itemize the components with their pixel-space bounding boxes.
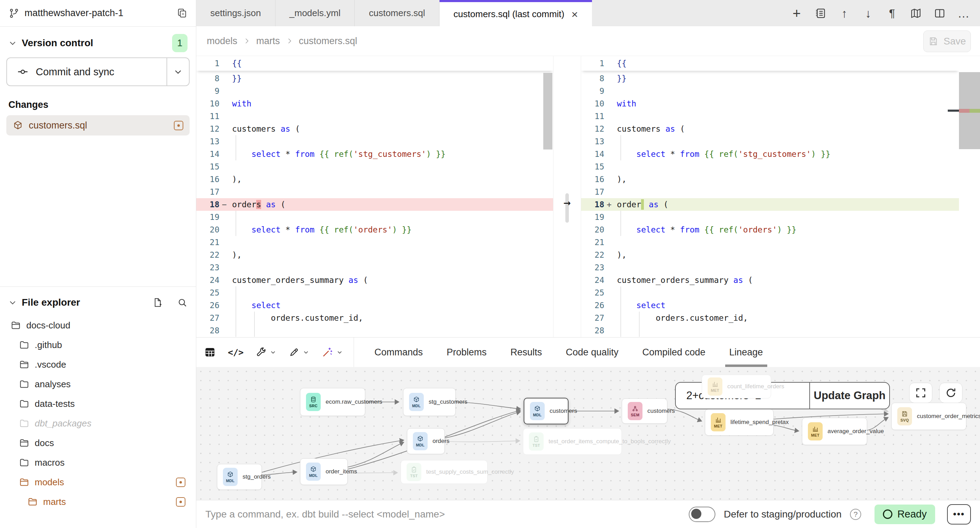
- code-row: 9: [581, 85, 959, 97]
- file-tree-item-analyses[interactable]: analyses: [6, 374, 189, 394]
- code-row: 27 orders.customer_id,: [581, 312, 959, 324]
- line-number: 13: [581, 137, 604, 146]
- code-row: 28: [581, 324, 959, 337]
- tab-customers-sql[interactable]: customers.sql: [355, 0, 439, 26]
- table-icon[interactable]: [204, 346, 216, 358]
- pilcrow-icon[interactable]: ¶: [885, 7, 899, 20]
- close-icon[interactable]: ×: [571, 9, 578, 20]
- commit-and-sync-button[interactable]: Commit and sync: [6, 57, 189, 86]
- search-icon[interactable]: [177, 297, 188, 308]
- file-tree-item-data-tests[interactable]: data-tests: [6, 394, 189, 414]
- lineage-node-stg-customers[interactable]: MDLstg_customers: [403, 388, 456, 416]
- lineage-node-customer-order-metrics[interactable]: SVQcustomer_order_metrics: [891, 403, 966, 430]
- file-tree-item-dot-vscode[interactable]: .vscode: [6, 355, 189, 374]
- code-line: select: [614, 299, 959, 312]
- more-options-button[interactable]: •••: [947, 504, 971, 525]
- lineage-node-orders[interactable]: MDLorders: [407, 428, 445, 454]
- more-icon[interactable]: …: [957, 7, 970, 20]
- lineage-node-test-supply-costs[interactable]: TSTtest_supply_costs_sum_correctly: [401, 460, 488, 484]
- breadcrumb-item[interactable]: marts: [256, 36, 280, 47]
- panel-tab-compiled-code[interactable]: Compiled code: [630, 338, 717, 367]
- folder-name: .github: [35, 339, 189, 350]
- chevron-down-icon[interactable]: [8, 39, 17, 47]
- lineage-node-customers-model[interactable]: MDLcustomers: [523, 398, 568, 424]
- left-scrollbar[interactable]: [543, 73, 552, 149]
- breadcrumb-item[interactable]: customers.sql: [299, 36, 358, 47]
- commit-options-caret[interactable]: [167, 58, 189, 86]
- bottom-panel-tab-bar: </> CommandsProblemsResultsCode qualityC…: [196, 337, 980, 367]
- panel-tab-problems[interactable]: Problems: [434, 338, 498, 367]
- node-label: customers: [550, 407, 577, 415]
- panel-tab-commands[interactable]: Commands: [363, 338, 434, 367]
- update-graph-button[interactable]: Update Graph: [809, 383, 889, 409]
- editor-toolbar-icons: +↑↓¶…: [790, 0, 970, 26]
- file-tree-item-macros[interactable]: macros: [6, 453, 189, 473]
- code-tags-icon[interactable]: </>: [228, 347, 243, 357]
- line-number: 24: [196, 276, 220, 285]
- code-row: 11: [581, 110, 959, 122]
- arrow-up-icon[interactable]: ↑: [838, 7, 851, 20]
- fullscreen-button[interactable]: [909, 383, 932, 403]
- save-button-label: Save: [943, 36, 966, 47]
- code-line: orders as (: [229, 198, 553, 211]
- changed-file-item[interactable]: customers.sql: [6, 115, 189, 135]
- magic-wand-icon[interactable]: [321, 346, 343, 358]
- folder-name: docs-cloud: [26, 320, 189, 331]
- diff-pane-previous[interactable]: 8}}910with1112customers as (1314 select …: [196, 56, 553, 337]
- chevron-down-icon[interactable]: [302, 349, 310, 356]
- command-input[interactable]: [205, 509, 689, 520]
- lineage-canvas[interactable]: SRCecom.raw_customersMDLstg_customersMDL…: [196, 367, 980, 500]
- file-tree-item-dbt_packages[interactable]: dbt_packages: [6, 414, 189, 433]
- line-number: 21: [196, 238, 220, 247]
- panel-tab-code-quality[interactable]: Code quality: [554, 338, 630, 367]
- diff-pane-current[interactable]: 8}}910with1112customers as (1314 select …: [581, 56, 980, 337]
- defer-toggle[interactable]: [689, 507, 715, 522]
- split-editor-icon[interactable]: [933, 7, 947, 20]
- code-line: with: [614, 97, 959, 110]
- diff-editor[interactable]: 8}}910with1112customers as (1314 select …: [196, 56, 980, 337]
- code-line: [229, 110, 553, 122]
- status-badge[interactable]: Ready: [875, 504, 935, 524]
- plus-icon[interactable]: +: [790, 7, 803, 20]
- file-tree-item-docs[interactable]: docs: [6, 433, 189, 453]
- panel-tab-results[interactable]: Results: [498, 338, 554, 367]
- file-tree-item-marts[interactable]: marts: [6, 492, 189, 512]
- file-tree-item-models[interactable]: models: [6, 473, 189, 492]
- chevron-down-icon[interactable]: [8, 298, 17, 307]
- lineage-node-stg-orders[interactable]: MDLstg_orders: [217, 464, 262, 490]
- outline-icon[interactable]: [814, 7, 827, 20]
- tab-settings-json[interactable]: settings.json: [196, 0, 275, 26]
- chevron-down-icon[interactable]: [336, 349, 343, 356]
- file-tree-item-dot-github[interactable]: .github: [6, 335, 189, 355]
- lineage-node-ecom-raw-customers[interactable]: SRCecom.raw_customers: [300, 388, 365, 416]
- lineage-node-test-order-items[interactable]: TSTtest_order_items_compute_to_bools_cor…: [523, 428, 622, 455]
- help-icon[interactable]: ?: [850, 509, 861, 520]
- breadcrumb-item[interactable]: models: [207, 36, 237, 47]
- arrow-down-icon[interactable]: ↓: [862, 7, 875, 20]
- save-button[interactable]: Save: [923, 30, 971, 52]
- wrench-icon[interactable]: [256, 347, 277, 358]
- lineage-node-lifetime-spend-pretax[interactable]: METlifetime_spend_pretax: [705, 409, 773, 436]
- lineage-node-order-items[interactable]: MDLorder_items: [300, 458, 348, 485]
- file-tree-item-docs-cloud[interactable]: docs-cloud: [6, 316, 189, 335]
- lineage-node-average-order-value[interactable]: METaverage_order_value: [802, 418, 867, 445]
- new-file-icon[interactable]: [153, 297, 163, 308]
- code-row: 17: [196, 186, 553, 198]
- tab--models-yml[interactable]: _models.yml: [275, 0, 355, 26]
- lineage-node-count-lifetime-orders[interactable]: METcount_lifetime_orders: [702, 375, 771, 398]
- refresh-graph-button[interactable]: [939, 383, 963, 403]
- code-row: 24customer_orders_summary as (: [196, 274, 553, 286]
- map-icon[interactable]: [909, 7, 923, 20]
- overview-ruler[interactable]: [959, 56, 980, 337]
- tab-customers-sql-last-commit-[interactable]: customers.sql (last commit)×: [439, 0, 592, 26]
- file-explorer-title: File explorer: [22, 297, 138, 308]
- panel-tab-lineage[interactable]: Lineage: [718, 338, 775, 367]
- lineage-node-customers-semantic[interactable]: SEMcustomers: [622, 398, 667, 424]
- copy-icon[interactable]: [176, 8, 188, 19]
- diff-arrow-icon[interactable]: →: [554, 195, 581, 209]
- chevron-down-icon[interactable]: [269, 349, 277, 356]
- editor-tab-bar: settings.json_models.ymlcustomers.sqlcus…: [196, 0, 980, 26]
- node-label: orders: [433, 438, 449, 445]
- code-line: ),: [614, 173, 959, 186]
- format-brush-icon[interactable]: [288, 347, 310, 358]
